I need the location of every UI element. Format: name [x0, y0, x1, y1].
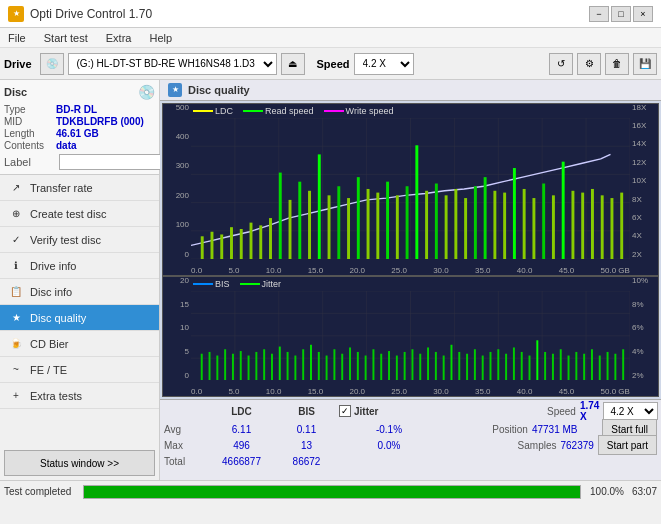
menu-extra[interactable]: Extra: [102, 31, 136, 45]
svg-rect-115: [513, 347, 515, 380]
drive-icon-button[interactable]: 💿: [40, 53, 64, 75]
menu-start-test[interactable]: Start test: [40, 31, 92, 45]
status-window-button[interactable]: Status window >>: [4, 450, 155, 476]
settings-button[interactable]: ⚙: [577, 53, 601, 75]
elapsed-time: 63:07: [632, 486, 657, 497]
disc-length-row: Length 46.61 GB: [4, 128, 155, 139]
drive-select[interactable]: (G:) HL-DT-ST BD-RE WH16NS48 1.D3: [68, 53, 277, 75]
nav-fe-te[interactable]: ~ FE / TE: [0, 357, 159, 383]
disc-mid-value: TDKBLDRFB (000): [56, 116, 144, 127]
svg-rect-86: [287, 352, 289, 381]
avg-bis: 0.11: [274, 424, 339, 435]
minimize-button[interactable]: −: [589, 6, 609, 22]
disc-title: Disc: [4, 86, 27, 98]
menu-file[interactable]: File: [4, 31, 30, 45]
max-row: Max 496 13 0.0% Samples 762379 Start par…: [164, 437, 657, 453]
nav-drive-info[interactable]: ℹ Drive info: [0, 253, 159, 279]
svg-rect-38: [415, 145, 418, 259]
svg-rect-122: [568, 355, 570, 380]
speed-select[interactable]: 4.2 X: [354, 53, 414, 75]
svg-rect-53: [562, 161, 565, 258]
svg-rect-78: [224, 349, 226, 380]
write-speed-legend-label: Write speed: [346, 106, 394, 116]
svg-rect-35: [386, 181, 389, 258]
disc-length-value: 46.61 GB: [56, 128, 99, 139]
svg-rect-108: [458, 352, 460, 381]
drive-label: Drive: [4, 58, 32, 70]
nav-create-test-disc[interactable]: ⊕ Create test disc: [0, 201, 159, 227]
status-window-label: Status window >>: [40, 458, 119, 469]
avg-label: Avg: [164, 424, 209, 435]
nav-disc-info-label: Disc info: [30, 286, 72, 298]
refresh-button[interactable]: ↺: [549, 53, 573, 75]
svg-rect-48: [513, 168, 516, 259]
disc-quality-title: Disc quality: [188, 84, 250, 96]
svg-rect-20: [240, 229, 243, 259]
svg-rect-25: [289, 200, 292, 259]
top-chart-x-axis: 0.0 5.0 10.0 15.0 20.0 25.0 30.0 35.0 40…: [191, 267, 630, 275]
write-speed-legend-color: [324, 110, 344, 112]
svg-rect-59: [620, 192, 623, 258]
close-button[interactable]: ×: [633, 6, 653, 22]
svg-rect-33: [367, 189, 370, 259]
svg-rect-84: [271, 353, 273, 380]
svg-rect-103: [419, 353, 421, 380]
speed-select-stats[interactable]: 4.2 X: [603, 402, 658, 420]
svg-rect-23: [269, 218, 272, 259]
nav-transfer-rate-label: Transfer rate: [30, 182, 93, 194]
maximize-button[interactable]: □: [611, 6, 631, 22]
svg-rect-39: [425, 190, 428, 258]
svg-rect-49: [523, 189, 526, 259]
drive-info-icon: ℹ: [8, 258, 24, 274]
disc-info-icon: 📋: [8, 284, 24, 300]
disc-type-value: BD-R DL: [56, 104, 97, 115]
svg-rect-87: [294, 355, 296, 380]
svg-rect-28: [318, 154, 321, 259]
eject-button[interactable]: ⏏: [281, 53, 305, 75]
read-speed-legend-color: [243, 110, 263, 112]
svg-rect-116: [521, 352, 523, 381]
disc-contents-row: Contents data: [4, 140, 155, 151]
nav-extra-tests-label: Extra tests: [30, 390, 82, 402]
bottom-chart: BIS Jitter 20 15 10 5 0 10% 8% 6% 4%: [162, 276, 659, 398]
svg-rect-92: [333, 349, 335, 380]
jitter-checkbox[interactable]: ✓: [339, 405, 351, 417]
nav-verify-test-disc[interactable]: ✓ Verify test disc: [0, 227, 159, 253]
sidebar-nav: ↗ Transfer rate ⊕ Create test disc ✓ Ver…: [0, 175, 159, 446]
save-button[interactable]: 💾: [633, 53, 657, 75]
svg-rect-45: [484, 177, 487, 259]
jitter-legend: Jitter: [240, 279, 282, 289]
position-value: 47731 MB: [532, 424, 578, 435]
samples-value: 762379: [560, 440, 593, 451]
start-part-button[interactable]: Start part: [598, 435, 657, 455]
max-label: Max: [164, 440, 209, 451]
nav-extra-tests[interactable]: + Extra tests: [0, 383, 159, 409]
disc-length-label: Length: [4, 128, 56, 139]
menu-help[interactable]: Help: [145, 31, 176, 45]
svg-rect-118: [536, 340, 538, 380]
svg-rect-102: [411, 349, 413, 380]
svg-rect-82: [255, 352, 257, 381]
svg-rect-81: [248, 355, 250, 380]
bis-legend-color: [193, 283, 213, 285]
status-text: Test completed: [4, 486, 71, 497]
app-icon: ★: [8, 6, 24, 22]
nav-create-label: Create test disc: [30, 208, 106, 220]
svg-rect-77: [216, 355, 218, 380]
progress-percent: 100.0%: [589, 486, 624, 497]
window-controls[interactable]: − □ ×: [589, 6, 653, 22]
disc-mid-row: MID TDKBLDRFB (000): [4, 116, 155, 127]
svg-rect-117: [529, 355, 531, 380]
nav-transfer-rate[interactable]: ↗ Transfer rate: [0, 175, 159, 201]
nav-disc-quality[interactable]: ★ Disc quality: [0, 305, 159, 331]
erase-button[interactable]: 🗑: [605, 53, 629, 75]
svg-rect-31: [347, 198, 350, 259]
read-speed-legend-label: Read speed: [265, 106, 314, 116]
nav-cd-bier[interactable]: 🍺 CD Bier: [0, 331, 159, 357]
bottom-chart-legend: BIS Jitter: [193, 279, 281, 289]
disc-label-row: Label ✎: [4, 154, 155, 170]
nav-disc-info[interactable]: 📋 Disc info: [0, 279, 159, 305]
stats-header-row: LDC BIS ✓ Jitter Speed 1.74 X 4.2 X: [164, 402, 657, 420]
svg-rect-16: [201, 236, 204, 259]
extra-tests-icon: +: [8, 388, 24, 404]
